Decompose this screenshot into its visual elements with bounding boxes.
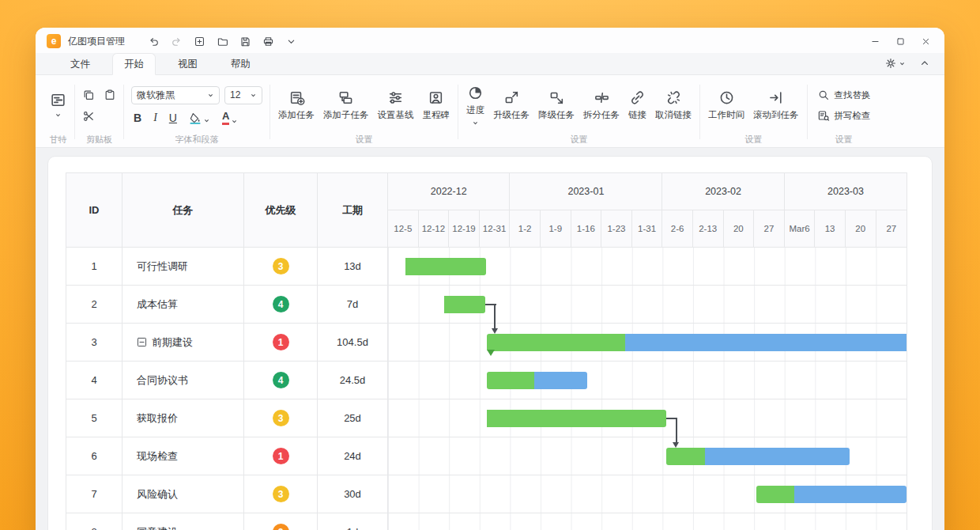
unlink-button[interactable]: 取消链接 xyxy=(651,86,695,124)
timeline-cell[interactable] xyxy=(388,513,906,530)
task-duration-cell[interactable]: 24d xyxy=(318,437,388,475)
open-file-button[interactable] xyxy=(212,32,232,51)
gantt-bar-task-3[interactable] xyxy=(487,334,907,351)
font-color-button[interactable]: A xyxy=(222,111,238,125)
task-name-cell[interactable]: 现场检查 xyxy=(122,437,244,475)
task-priority-cell[interactable]: 4 xyxy=(244,286,318,323)
find-replace-button[interactable]: 查找替换 xyxy=(812,86,876,104)
task-id-cell[interactable]: 2 xyxy=(66,286,122,323)
task-duration-cell[interactable]: 7d xyxy=(318,286,388,323)
print-button[interactable] xyxy=(258,32,278,51)
set-baseline-button[interactable]: 设置基线 xyxy=(374,86,418,124)
bold-button[interactable]: B xyxy=(134,112,141,123)
task-duration-cell[interactable]: 1d xyxy=(318,513,388,530)
task-id-cell[interactable]: 8 xyxy=(66,513,122,530)
gantt-bar-task-6[interactable] xyxy=(666,448,850,465)
table-row: 5获取报价325d xyxy=(66,399,906,437)
ribbon-group-tools: 查找替换 拼写检查 设置 xyxy=(808,78,880,147)
task-priority-cell[interactable]: 4 xyxy=(244,362,318,399)
paste-button[interactable] xyxy=(100,85,119,104)
task-name-cell[interactable]: 同意建设 xyxy=(122,513,244,530)
quick-toolbar-more-dropdown[interactable] xyxy=(281,32,301,51)
settings-dropdown-button[interactable] xyxy=(882,55,908,71)
task-priority-cell[interactable]: 3 xyxy=(244,399,318,437)
add-task-button[interactable]: 添加任务 xyxy=(274,86,318,124)
minimize-button[interactable] xyxy=(862,32,888,51)
task-name-cell[interactable]: 风险确认 xyxy=(122,475,244,513)
timeline-cell[interactable] xyxy=(388,475,906,513)
task-priority-cell[interactable]: 3 xyxy=(244,248,318,285)
gantt-bar-task-7[interactable] xyxy=(756,486,906,503)
task-name-cell[interactable]: 获取报价 xyxy=(122,399,244,437)
new-document-button[interactable] xyxy=(189,32,209,51)
week-header: 12-5 xyxy=(388,210,419,247)
highlight-color-button[interactable] xyxy=(189,112,210,124)
ribbon-toolbar: 甘特 剪贴板 微软雅黑 xyxy=(36,75,944,148)
task-id-cell[interactable]: 3 xyxy=(66,324,122,361)
maximize-button[interactable] xyxy=(888,32,913,51)
underline-button[interactable]: U xyxy=(169,112,177,123)
promote-task-button[interactable]: 升级任务 xyxy=(489,86,533,124)
copy-button[interactable] xyxy=(79,85,98,104)
timeline-cell[interactable] xyxy=(388,437,906,475)
split-task-button[interactable]: 拆分任务 xyxy=(579,86,624,124)
task-id-cell[interactable]: 5 xyxy=(66,399,122,437)
month-header: 2023-03 xyxy=(785,173,906,210)
task-id-cell[interactable]: 6 xyxy=(66,437,122,475)
task-priority-cell[interactable]: 1 xyxy=(244,324,318,361)
task-name-cell[interactable]: 可行性调研 xyxy=(122,248,244,285)
gantt-bar-task-5[interactable] xyxy=(487,410,667,427)
blue-bar-segment xyxy=(534,372,588,389)
task-id-cell[interactable]: 4 xyxy=(66,362,122,399)
gantt-bar-task-1[interactable] xyxy=(405,258,486,275)
task-duration-cell[interactable]: 104.5d xyxy=(318,324,388,361)
timeline-cell[interactable] xyxy=(388,399,906,437)
save-button[interactable] xyxy=(235,32,255,51)
gantt-bar-task-4[interactable] xyxy=(487,372,588,389)
undo-button[interactable] xyxy=(143,32,164,51)
collapse-icon[interactable] xyxy=(137,337,147,347)
timeline-cell[interactable] xyxy=(388,248,906,285)
progress-button[interactable]: 进度 xyxy=(462,81,488,130)
work-time-button[interactable]: 工作时间 xyxy=(704,86,748,124)
ribbon-group-body: 添加任务 添加子任务 设置基线 里程碑 xyxy=(274,78,454,132)
collapse-ribbon-button[interactable] xyxy=(916,55,933,71)
search-icon xyxy=(817,89,830,101)
task-duration-cell[interactable]: 13d xyxy=(318,248,388,285)
close-button[interactable] xyxy=(913,32,938,51)
task-priority-cell[interactable]: 1 xyxy=(244,437,318,475)
task-id-cell[interactable]: 1 xyxy=(66,248,122,285)
font-family-select[interactable]: 微软雅黑 xyxy=(131,86,220,104)
spell-check-button[interactable]: 拼写检查 xyxy=(812,107,876,124)
gantt-bar-task-2[interactable] xyxy=(444,296,485,313)
task-name-cell[interactable]: 成本估算 xyxy=(122,286,244,323)
scroll-to-task-button[interactable]: 滚动到任务 xyxy=(749,86,803,124)
timeline-cell[interactable] xyxy=(388,286,906,323)
timeline-cell[interactable] xyxy=(388,324,906,361)
menu-tab-home[interactable]: 开始 xyxy=(112,53,156,75)
task-duration-cell[interactable]: 24.5d xyxy=(318,362,388,399)
week-header: 20 xyxy=(846,210,876,247)
task-name-cell[interactable]: 合同协议书 xyxy=(122,362,244,399)
task-name-cell[interactable]: 前期建设 xyxy=(122,324,244,361)
gantt-view-button[interactable] xyxy=(46,89,70,122)
add-subtask-button[interactable]: 添加子任务 xyxy=(319,86,373,124)
menu-tab-file[interactable]: 文件 xyxy=(59,54,101,74)
task-priority-cell[interactable]: 2 xyxy=(244,513,318,530)
task-duration-cell[interactable]: 30d xyxy=(318,475,388,513)
task-duration-cell[interactable]: 25d xyxy=(318,399,388,437)
cut-button[interactable] xyxy=(79,107,98,126)
blue-bar-segment xyxy=(705,448,850,465)
font-size-select[interactable]: 12 xyxy=(224,86,262,104)
milestone-button[interactable]: 里程碑 xyxy=(419,86,454,124)
redo-button[interactable] xyxy=(166,32,187,51)
timeline-cell[interactable] xyxy=(388,362,906,399)
task-id-cell[interactable]: 7 xyxy=(66,475,122,513)
italic-button[interactable]: I xyxy=(153,112,157,123)
demote-task-button[interactable]: 降级任务 xyxy=(534,86,579,124)
menu-tab-view[interactable]: 视图 xyxy=(167,54,209,74)
menu-tab-help[interactable]: 帮助 xyxy=(220,54,262,74)
priority-badge: 4 xyxy=(273,372,289,388)
task-priority-cell[interactable]: 3 xyxy=(244,475,318,513)
link-button[interactable]: 链接 xyxy=(624,86,650,124)
